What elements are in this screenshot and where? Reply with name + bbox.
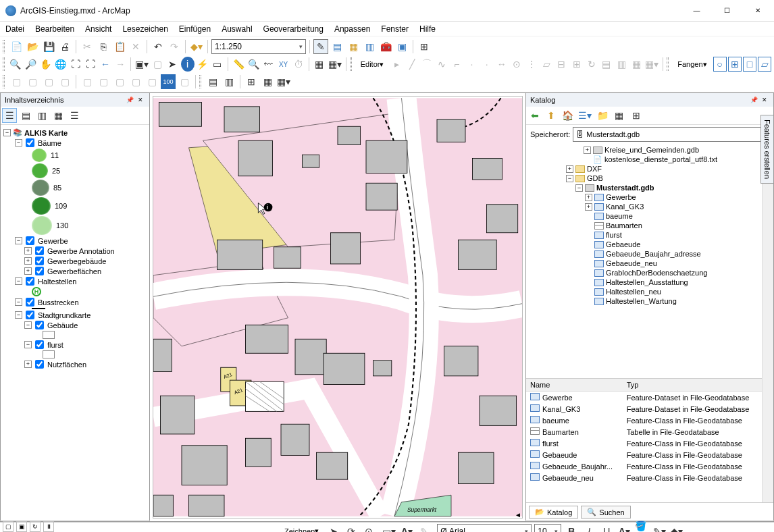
layer-checkbox[interactable] <box>26 236 34 245</box>
measure-icon[interactable]: 📏 <box>232 57 245 72</box>
prev-extent-icon[interactable]: ← <box>99 57 112 72</box>
pan-icon[interactable]: ✋ <box>38 57 52 72</box>
pin-icon[interactable]: 📌 <box>125 95 134 105</box>
connect-gdb-icon[interactable]: ▦ <box>611 108 626 123</box>
snap-edge-icon[interactable]: ▱ <box>758 57 771 72</box>
georef-tool-1[interactable]: ▢ <box>9 74 24 89</box>
edit-tool-icon[interactable]: ▸ <box>390 57 403 72</box>
paste-icon[interactable]: 📋 <box>112 39 127 54</box>
layer-checkbox[interactable] <box>26 311 34 319</box>
select-features-icon[interactable]: ▣▾ <box>134 57 149 72</box>
add-data-icon[interactable]: ◆▾ <box>189 39 204 54</box>
edit-vertices-icon[interactable]: ⋮ <box>525 57 538 72</box>
layout-tool-3[interactable]: ⊞ <box>244 74 259 89</box>
pointer-icon[interactable]: ➤ <box>165 57 179 72</box>
catalog-details[interactable]: NameTyp GewerbeFeature-Dataset in File-G… <box>526 378 762 502</box>
zoom-out-icon[interactable]: 🔎 <box>24 57 37 72</box>
collapse-icon[interactable]: − <box>24 341 32 348</box>
edit-attributes-icon[interactable]: ▤ <box>600 57 613 72</box>
edit-straight-icon[interactable]: ╱ <box>405 57 419 72</box>
modelbuilder-icon[interactable]: ⊞ <box>417 39 432 54</box>
create-viewer-icon[interactable]: ▦ <box>313 57 326 72</box>
data-view-icon[interactable]: ▢ <box>3 521 14 532</box>
connect-folder-icon[interactable]: 📁 <box>595 108 610 123</box>
close-button[interactable]: ✕ <box>742 1 773 21</box>
close-panel-icon[interactable]: ✕ <box>760 95 769 105</box>
tab-katalog[interactable]: 📂Katalog <box>529 506 578 518</box>
edit-rotate-icon[interactable]: ↻ <box>585 57 598 72</box>
expand-icon[interactable]: + <box>24 267 32 275</box>
catalog-details-scrollbar[interactable] <box>762 378 773 502</box>
layout-tool-2[interactable]: ▥ <box>222 74 236 89</box>
edit-right-angle-icon[interactable]: ⌐ <box>450 57 463 72</box>
identify-icon[interactable]: i <box>181 57 195 72</box>
font-dropdown[interactable]: Ø Arial <box>437 524 532 533</box>
menu-geoverarbeitung[interactable]: Geoverarbeitung <box>263 24 324 34</box>
fixed-zoom-out-icon[interactable]: ⛶ <box>84 57 97 72</box>
georef-tool-8[interactable]: ▢ <box>128 74 143 89</box>
find-route-icon[interactable]: ⬳ <box>261 57 275 72</box>
layout-tool-5[interactable]: ▦▾ <box>276 74 291 89</box>
georef-tool-10[interactable]: 100 <box>161 74 176 89</box>
georef-tool-3[interactable]: ▢ <box>41 74 56 89</box>
features-erstellen-tab[interactable]: Features erstellen <box>760 115 774 184</box>
catalog-icon[interactable]: ▦ <box>346 39 361 54</box>
edit-point-icon[interactable]: ⊙ <box>510 57 523 72</box>
save-icon[interactable]: 💾 <box>41 39 56 54</box>
edit-annotation-icon[interactable]: ▦ <box>629 57 643 72</box>
georef-tool-7[interactable]: ▢ <box>112 74 127 89</box>
toolbox-icon[interactable]: 🧰 <box>378 39 393 54</box>
layout-tool-4[interactable]: ▦ <box>260 74 275 89</box>
menu-datei[interactable]: Datei <box>5 24 24 34</box>
find-icon[interactable]: 🔍 <box>247 57 260 72</box>
catalog-tree[interactable]: +Kreise_und_Gemeinden.gdb 📄kostenlose_di… <box>526 144 762 378</box>
close-panel-icon[interactable]: ✕ <box>136 95 145 105</box>
back-icon[interactable]: ⬅ <box>527 108 542 123</box>
layer-checkbox[interactable] <box>26 138 34 147</box>
scale-dropdown[interactable]: 1:1.250 <box>211 39 306 54</box>
menu-auswahl[interactable]: Auswahl <box>222 24 252 34</box>
toggle-view-icon[interactable]: ☰▾ <box>577 108 592 123</box>
collapse-icon[interactable]: − <box>15 311 22 319</box>
toc-icon[interactable]: ▤ <box>330 39 344 54</box>
list-by-drawing-icon[interactable]: ☰ <box>2 108 17 123</box>
georef-tool-11[interactable]: ▢ <box>177 74 192 89</box>
search-window-icon[interactable]: ▥ <box>362 39 377 54</box>
collapse-icon[interactable]: − <box>15 139 22 147</box>
collapse-icon[interactable]: − <box>24 321 32 329</box>
menu-fenster[interactable]: Fenster <box>381 24 409 34</box>
layer-checkbox[interactable] <box>35 340 44 349</box>
minimize-button[interactable]: — <box>681 1 712 21</box>
cut-icon[interactable]: ✂ <box>80 39 95 54</box>
location-dropdown[interactable]: 🗄Musterstadt.gdb <box>573 127 769 142</box>
toc-tree[interactable]: −📚ALKIS Karte −Bäume 11 25 85 109 130 −G… <box>1 125 149 521</box>
snap-vertex-icon[interactable]: □ <box>743 57 756 72</box>
layer-checkbox[interactable] <box>35 360 44 369</box>
menu-bearbeiten[interactable]: Bearbeiten <box>35 24 74 34</box>
georef-tool-4[interactable]: ▢ <box>57 74 72 89</box>
layer-checkbox[interactable] <box>35 246 44 255</box>
georef-tool-9[interactable]: ▢ <box>145 74 159 89</box>
hyperlink-icon[interactable]: ⚡ <box>196 57 209 72</box>
collapse-icon[interactable]: − <box>15 277 22 285</box>
print-icon[interactable]: 🖨 <box>57 39 72 54</box>
edit-distance-icon[interactable]: ↔ <box>495 57 509 72</box>
edit-midpoint-icon[interactable]: · <box>465 57 478 72</box>
up-icon[interactable]: ⬆ <box>544 108 559 123</box>
html-popup-icon[interactable]: ▭ <box>211 57 224 72</box>
expand-icon[interactable]: + <box>24 361 32 368</box>
refresh-icon[interactable]: ↻ <box>30 521 41 532</box>
edit-sketch-icon[interactable]: ▥ <box>615 57 628 72</box>
edit-split-icon[interactable]: ⊞ <box>570 57 584 72</box>
menu-ansicht[interactable]: Ansicht <box>85 24 111 34</box>
expand-icon[interactable]: + <box>24 257 32 265</box>
snap-point-icon[interactable]: ○ <box>713 57 727 72</box>
zoom-in-icon[interactable]: 🔍 <box>9 57 22 72</box>
georef-tool-5[interactable]: ▢ <box>80 74 95 89</box>
map-view[interactable]: A21 A21 Supermarkt i ◄ <box>150 92 525 522</box>
layer-checkbox[interactable] <box>26 277 34 286</box>
collapse-icon[interactable]: − <box>15 298 22 306</box>
layer-checkbox[interactable] <box>35 257 44 265</box>
list-by-visibility-icon[interactable]: ▥ <box>34 108 49 123</box>
collapse-icon[interactable]: − <box>3 129 11 136</box>
